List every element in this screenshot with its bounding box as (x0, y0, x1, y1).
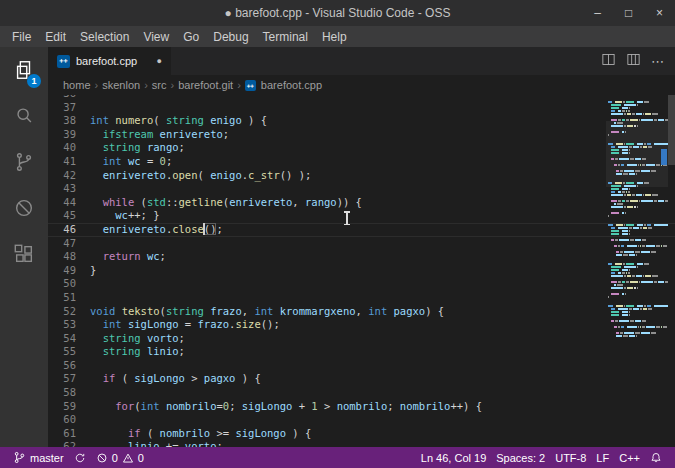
indentation-indicator[interactable]: Spaces: 2 (491, 452, 550, 464)
code-editor[interactable]: 363738int numero( string enigo ) {39 ifs… (48, 95, 675, 447)
code-line-50[interactable]: 50 (48, 277, 675, 291)
minimap-line (606, 194, 668, 197)
breadcrumb-separator: › (236, 79, 242, 91)
code-line-52[interactable]: 52void teksto(string frazo, int krommarg… (48, 305, 675, 319)
code-line-60[interactable]: 60 (48, 413, 675, 427)
menu-help[interactable]: Help (315, 30, 354, 44)
code-line-53[interactable]: 53 int sigLongo = frazo.size(); (48, 318, 675, 332)
toggle-editor-layout-icon[interactable] (626, 52, 641, 71)
code-line-47[interactable]: 47 (48, 237, 675, 251)
search-icon[interactable] (0, 93, 48, 139)
breadcrumb-item-home[interactable]: home (63, 79, 91, 91)
code-text: if ( nombrilo >= sigLongo ) { (90, 427, 311, 441)
encoding-indicator[interactable]: UTF-8 (550, 452, 591, 464)
modified-dot-icon[interactable]: ● (157, 56, 162, 66)
warning-count: 0 (138, 452, 144, 464)
menu-view[interactable]: View (136, 30, 176, 44)
vertical-scrollbar[interactable] (668, 95, 675, 447)
code-text: wc++; } (90, 209, 160, 223)
text-cursor (203, 223, 205, 235)
breadcrumb-item-skenlon[interactable]: skenlon (102, 79, 140, 91)
problems-indicator[interactable]: 0 0 (91, 452, 149, 464)
sync-indicator[interactable] (69, 452, 91, 464)
line-number: 54 (48, 332, 90, 346)
code-text: int sigLongo = frazo.size(); (90, 318, 280, 332)
menu-edit[interactable]: Edit (38, 30, 73, 44)
code-line-41[interactable]: 41 int wc = 0; (48, 155, 675, 169)
minimap-line (606, 335, 668, 338)
code-text: string linio; (90, 345, 185, 359)
explorer-icon[interactable]: 1 (0, 47, 48, 93)
menu-go[interactable]: Go (176, 30, 206, 44)
line-number: 51 (48, 291, 90, 305)
code-line-48[interactable]: 48 return wc; (48, 250, 675, 264)
menu-selection[interactable]: Selection (73, 30, 136, 44)
code-line-51[interactable]: 51 (48, 291, 675, 305)
code-line-40[interactable]: 40 string rango; (48, 141, 675, 155)
code-line-45[interactable]: 45 wc++; } (48, 209, 675, 223)
branch-name: master (30, 452, 64, 464)
maximize-button[interactable]: □ (613, 0, 644, 26)
code-line-44[interactable]: 44 while (std::getline(enrivereto, rango… (48, 196, 675, 210)
warning-icon (122, 452, 134, 464)
breadcrumb-item-src[interactable]: src (152, 79, 167, 91)
menu-terminal[interactable]: Terminal (256, 30, 315, 44)
code-line-49[interactable]: 49} (48, 264, 675, 278)
code-line-55[interactable]: 55 string linio; (48, 345, 675, 359)
cpp-file-icon: ++ (57, 55, 70, 68)
line-number: 46 (48, 223, 90, 237)
extensions-icon[interactable] (0, 231, 48, 277)
code-line-54[interactable]: 54 string vorto; (48, 332, 675, 346)
line-number: 61 (48, 427, 90, 441)
code-text: int numero( string enigo ) { (90, 114, 267, 128)
code-lines: 363738int numero( string enigo ) {39 ifs… (48, 95, 675, 447)
git-branch-indicator[interactable]: master (8, 451, 69, 464)
code-line-58[interactable]: 58 (48, 386, 675, 400)
tab-barefoot-cpp[interactable]: ++ barefoot.cpp ● (48, 47, 172, 75)
menu-debug[interactable]: Debug (206, 30, 255, 44)
code-line-59[interactable]: 59 for(int nombrilo=0; sigLongo + 1 > no… (48, 400, 675, 414)
menu-file[interactable]: File (5, 30, 38, 44)
code-line-42[interactable]: 42 enrivereto.open( enigo.c_str() ); (48, 169, 675, 183)
language-mode[interactable]: C++ (614, 452, 645, 464)
notifications-bell[interactable] (645, 452, 667, 464)
source-control-icon[interactable] (0, 139, 48, 185)
code-line-38[interactable]: 38int numero( string enigo ) { (48, 114, 675, 128)
code-line-46[interactable]: 46 enrivereto.close(); (48, 223, 675, 237)
menu-bar: FileEditSelectionViewGoDebugTerminalHelp (0, 26, 675, 47)
code-text: string rango; (90, 141, 185, 155)
code-text: } (90, 264, 96, 278)
breadcrumb-item-barefoot.cpp[interactable]: barefoot.cpp (261, 79, 322, 91)
close-button[interactable]: × (644, 0, 675, 26)
line-number: 44 (48, 196, 90, 210)
code-line-56[interactable]: 56 (48, 359, 675, 373)
code-text: if ( sigLongo > pagxo ) { (90, 372, 261, 386)
breadcrumb-item-barefoot.git[interactable]: barefoot.git (178, 79, 233, 91)
more-actions-icon[interactable]: ⋯ (651, 54, 665, 69)
line-number: 38 (48, 114, 90, 128)
minimap[interactable] (606, 95, 668, 447)
split-editor-icon[interactable] (601, 52, 616, 71)
code-text: void teksto(string frazo, int krommargxe… (90, 305, 444, 319)
minimize-button[interactable]: – (582, 0, 613, 26)
line-number: 57 (48, 372, 90, 386)
error-count: 0 (112, 452, 118, 464)
code-line-62[interactable]: 62 linio += vorto; (48, 440, 675, 447)
code-line-37[interactable]: 37 (48, 101, 675, 115)
code-text: return wc; (90, 250, 166, 264)
debug-icon[interactable] (0, 185, 48, 231)
code-line-39[interactable]: 39 ifstream enrivereto; (48, 128, 675, 142)
editor-group: ++ barefoot.cpp ● ⋯ home›skenlon›src›bar… (48, 47, 675, 447)
code-line-43[interactable]: 43 (48, 182, 675, 196)
editor-actions: ⋯ (601, 47, 675, 75)
breadcrumb: home›skenlon›src›barefoot.git›++barefoot… (48, 75, 675, 95)
code-text: enrivereto.close(); (90, 223, 223, 237)
scrollbar-thumb[interactable] (668, 95, 675, 165)
code-line-61[interactable]: 61 if ( nombrilo >= sigLongo ) { (48, 427, 675, 441)
minimap-line (606, 275, 668, 278)
workbench: 1 ++ barefoot.cpp ● (0, 47, 675, 447)
title-bar: ● barefoot.cpp - Visual Studio Code - OS… (0, 0, 675, 26)
code-line-57[interactable]: 57 if ( sigLongo > pagxo ) { (48, 372, 675, 386)
eol-indicator[interactable]: LF (591, 452, 614, 464)
cursor-position[interactable]: Ln 46, Col 19 (416, 452, 491, 464)
